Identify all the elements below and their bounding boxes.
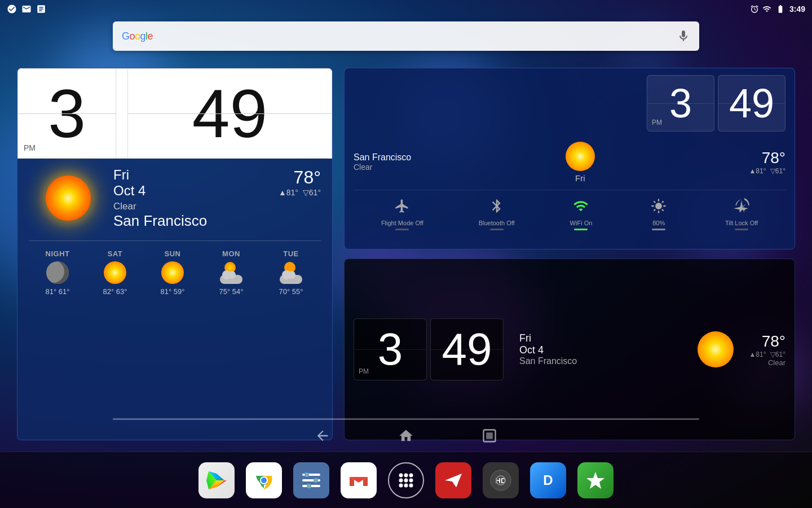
right-hi-lo: ▲81° ▽61° <box>749 167 785 175</box>
dark-hi: ▲81° <box>749 351 766 358</box>
forecast-day-mon: MON <box>222 249 240 258</box>
right-top-widget: PM 3 49 San Francisco Clear <box>344 68 795 249</box>
search-bar[interactable]: Google <box>113 21 699 51</box>
weather-temp-section: 78° ▲81° ▽61° <box>279 167 321 197</box>
right-sun-section: Fri <box>416 141 744 183</box>
notification-icon-1 <box>7 4 17 14</box>
status-right-icons: 3:49 <box>750 5 805 14</box>
forecast-temps-tue: 70° 55° <box>279 287 303 296</box>
mic-icon[interactable] <box>677 29 690 43</box>
weather-main-section: Fri Oct 4 78° ▲81° ▽61° Clear San Franci… <box>17 159 332 238</box>
right-top-temp: 78° ▲81° ▽61° <box>749 149 785 175</box>
status-time: 3:49 <box>789 5 805 14</box>
svg-point-28 <box>404 473 408 477</box>
forecast-temps-sun: 81° 59° <box>161 287 185 296</box>
brightness-indicator <box>652 229 665 230</box>
forecast-mon: MON <box>216 249 246 296</box>
svg-point-1 <box>46 176 91 221</box>
bluetooth-icon <box>486 195 508 217</box>
flip-separator <box>116 68 127 159</box>
weather-city-left: San Francisco <box>113 212 321 230</box>
dark-hour-digit: PM 3 <box>354 318 427 380</box>
flip-minute: 49 <box>127 68 332 159</box>
toggle-wifi[interactable]: WiFi On <box>570 195 592 230</box>
gmail-icon[interactable] <box>341 462 377 498</box>
paper-plane-icon[interactable] <box>435 462 471 498</box>
scroll-indicator <box>113 418 699 420</box>
star-app-icon[interactable] <box>577 462 614 498</box>
recents-button[interactable] <box>482 428 497 444</box>
current-temp: 78° <box>279 167 321 188</box>
chrome-icon[interactable] <box>246 462 282 498</box>
tilt-lock-indicator <box>735 229 748 230</box>
right-lo: ▽61° <box>770 167 785 175</box>
nav-buttons <box>0 424 812 447</box>
svg-point-19 <box>261 478 267 483</box>
wifi-status-icon <box>762 5 771 14</box>
dark-minute: 49 <box>442 323 492 375</box>
svg-point-3 <box>161 261 184 284</box>
right-temperature: 78° <box>749 149 785 167</box>
bluetooth-label: Bluetooth Off <box>479 220 515 226</box>
toggle-row[interactable]: Flight Mode Off Bluetooth Off <box>354 190 785 235</box>
right-condition: Clear <box>354 163 411 172</box>
svg-point-7 <box>698 331 734 367</box>
search-input[interactable] <box>160 31 677 41</box>
hour-digit: 3 <box>48 75 86 152</box>
lo-temp: ▽61° <box>303 188 321 197</box>
svg-point-34 <box>404 483 408 487</box>
bluetooth-indicator <box>490 229 504 230</box>
dark-condition: Clear <box>749 358 785 367</box>
dark-date-line1: Fri <box>519 332 682 344</box>
svg-rect-9 <box>486 432 493 439</box>
toggle-bluetooth[interactable]: Bluetooth Off <box>479 195 515 230</box>
tilt-lock-label: Tilt Lock Off <box>725 220 758 226</box>
dark-minute-digit: 49 <box>430 318 504 380</box>
forecast-temps-mon: 75° 54° <box>219 287 244 296</box>
wifi-toggle-icon <box>570 195 592 217</box>
flight-mode-label: Flight Mode Off <box>381 220 423 226</box>
right-minute-digit: 49 <box>729 80 774 126</box>
right-city: San Francisco <box>354 152 411 163</box>
forecast-tue: TUE 70° 55° <box>276 249 306 296</box>
forecast-icon-mon <box>216 261 246 284</box>
right-ampm: PM <box>652 119 662 126</box>
forecast-icon-tue <box>276 261 306 284</box>
app-drawer-icon[interactable] <box>388 462 424 498</box>
wifi-toggle-label: WiFi On <box>570 220 593 226</box>
forecast-sat: SAT 82° 63° <box>101 249 129 296</box>
forecast-sun: SUN 81° 59° <box>158 249 187 296</box>
play-store-icon[interactable] <box>198 462 235 498</box>
weather-widget-left: PM 3 49 <box>17 68 333 440</box>
forecast-day-sat: SAT <box>108 249 123 258</box>
svg-point-33 <box>399 483 403 487</box>
dark-ampm: PM <box>359 367 369 375</box>
airplane-icon <box>391 195 413 217</box>
dark-sun-section <box>696 330 735 369</box>
dark-temp-section: 78° ▲81° ▽61° Clear <box>749 332 785 367</box>
status-bar: 3:49 <box>0 0 812 18</box>
hd-settings-icon[interactable]: HD <box>483 462 519 498</box>
sun-icon-left <box>34 164 102 232</box>
home-button[interactable] <box>398 428 414 444</box>
right-top-clock: PM 3 49 <box>354 75 785 132</box>
svg-point-31 <box>404 478 408 482</box>
svg-point-32 <box>409 478 413 482</box>
forecast-day-night: NIGHT <box>46 249 70 258</box>
dash-icon[interactable]: D <box>530 462 566 498</box>
toggle-tilt-lock[interactable]: Tilt Lock Off <box>725 195 758 230</box>
forecast-icon-night <box>43 261 72 284</box>
svg-marker-40 <box>586 472 604 489</box>
forecast-icon-sat <box>101 261 129 284</box>
settings-app-icon[interactable] <box>293 462 329 498</box>
weather-month-day: Oct 4 <box>113 183 145 199</box>
svg-point-25 <box>307 484 311 488</box>
right-top-mid: San Francisco Clear <box>354 137 785 186</box>
dark-hour: 3 <box>378 323 403 375</box>
toggle-brightness[interactable]: 80% <box>647 195 670 230</box>
back-button[interactable] <box>315 428 330 444</box>
toggle-flight-mode[interactable]: Flight Mode Off <box>381 195 423 230</box>
ampm-label: PM <box>24 143 36 152</box>
dark-location: San Francisco <box>519 356 682 366</box>
forecast-night: NIGHT 81° 61° <box>43 249 72 296</box>
